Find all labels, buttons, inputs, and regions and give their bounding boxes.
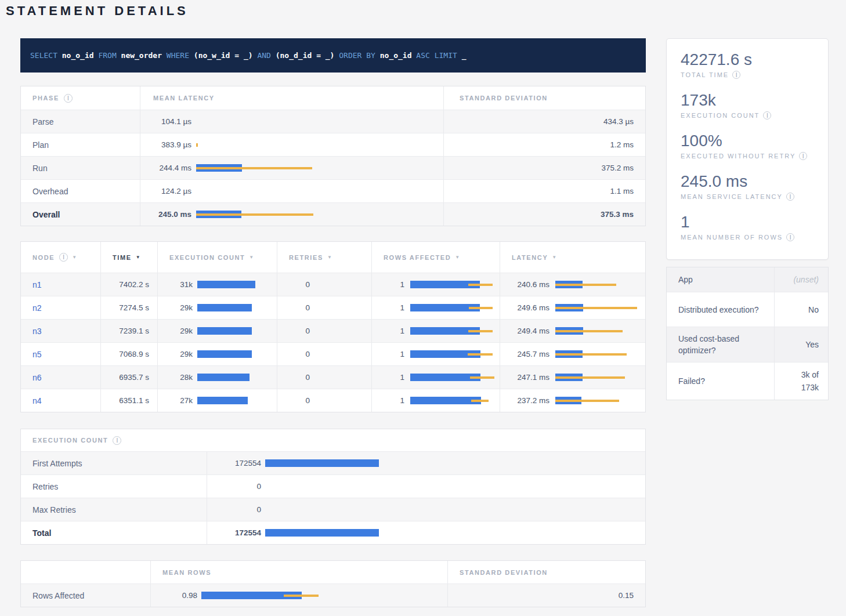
time-value: 7402.2 s	[100, 273, 157, 296]
main-column: SELECT no_o_id FROM new_order WHERE (no_…	[20, 38, 646, 607]
attribute-value: (unset)	[774, 267, 828, 292]
sort-desc-icon: ▼	[552, 255, 558, 260]
latency-value: 249.6 ms	[500, 303, 549, 312]
execution-count-bar	[197, 374, 250, 381]
execution-count-bar	[197, 327, 252, 335]
latency-bar	[555, 327, 623, 335]
time-value: 7068.9 s	[100, 343, 157, 365]
sort-desc-icon: ▼	[249, 255, 255, 260]
std-deviation-value: 434.3 µs	[443, 110, 645, 133]
stat-label: Mean Number of Rowsi	[681, 233, 814, 241]
rows-affected-bar	[410, 327, 493, 335]
execution-count-bar	[197, 304, 252, 311]
node-link[interactable]: n2	[32, 303, 42, 313]
execution-count-bar	[265, 529, 379, 537]
attribute-label: Failed?	[667, 363, 774, 400]
stat-label: Mean Service Latencyi	[681, 193, 814, 201]
stat-total-time: 42271.6 s Total Timei	[681, 50, 814, 79]
node-column-header[interactable]: Nodei▼	[21, 242, 100, 273]
stat-label: Execution Counti	[681, 111, 814, 119]
empty-column-header	[21, 561, 150, 584]
rows-affected-value: 1	[372, 303, 404, 312]
info-icon[interactable]: i	[59, 253, 68, 262]
statement-attributes-table: App (unset) Distributed execution? No Us…	[666, 267, 829, 400]
retries-value: 0	[277, 373, 310, 382]
info-icon[interactable]: i	[786, 233, 794, 241]
stat-execution-count: 173k Execution Counti	[681, 91, 814, 119]
phase-table: Phasei Mean Latency Standard Deviation P…	[20, 86, 646, 226]
table-row: n3 7239.1 s 29k 0 1 249.4 ms	[21, 319, 645, 342]
std-deviation-value: 1.1 ms	[443, 180, 645, 202]
table-row: Distributed execution? No	[667, 292, 828, 327]
retries-value: 0	[277, 396, 310, 405]
retries-column-header[interactable]: Retries▼	[277, 242, 371, 273]
exec-row-label: Retries	[21, 475, 207, 498]
mean-latency-value: 383.9 µs	[140, 140, 191, 149]
execution-count-section-header: Execution Counti	[32, 429, 121, 451]
sort-desc-icon: ▼	[455, 255, 461, 260]
page-title: Statement Details	[6, 3, 189, 19]
rows-affected-column-header[interactable]: Rows Affected▼	[371, 242, 500, 273]
mean-rows-column-header: Mean Rows	[150, 561, 447, 584]
phase-table-header: Phasei Mean Latency Standard Deviation	[21, 86, 645, 110]
execution-count-table-header: Execution Counti	[21, 429, 645, 451]
latency-bar	[555, 281, 616, 288]
latency-value: 237.2 ms	[500, 396, 549, 405]
sort-desc-icon: ▼	[72, 255, 78, 260]
mean-rows-bar	[201, 592, 319, 599]
rows-affected-bar	[410, 281, 493, 288]
execution-count-bar	[197, 281, 255, 288]
node-link[interactable]: n4	[32, 396, 42, 405]
mean-latency-value: 244.4 ms	[140, 164, 191, 172]
execution-count-value: 27k	[158, 396, 193, 405]
execution-count-column-header[interactable]: Execution Count▼	[157, 242, 277, 273]
latency-bar	[196, 164, 312, 172]
node-link[interactable]: n6	[32, 373, 42, 382]
stat-value: 42271.6 s	[681, 50, 814, 69]
mean-latency-column-header: Mean Latency	[140, 86, 443, 110]
stat-value: 173k	[681, 91, 814, 110]
mean-latency-value: 124.2 µs	[140, 187, 191, 195]
node-table: Nodei▼ Time▼ Execution Count▼ Retries▼ R…	[20, 241, 646, 412]
node-link[interactable]: n3	[32, 327, 42, 336]
table-row: Run 244.4 ms 375.2 ms	[21, 156, 645, 179]
latency-value: 240.6 ms	[500, 280, 549, 289]
node-link[interactable]: n1	[32, 280, 42, 289]
stat-mean-number-of-rows: 1 Mean Number of Rowsi	[681, 213, 814, 241]
phase-label: Overhead	[21, 180, 140, 202]
phase-label: Plan	[21, 133, 140, 156]
info-icon[interactable]: i	[763, 111, 771, 119]
attribute-value: No	[774, 292, 828, 327]
mean-latency-value: 104.1 µs	[140, 117, 191, 126]
latency-value: 247.1 ms	[500, 373, 549, 382]
attribute-label: Distributed execution?	[667, 292, 774, 327]
info-icon[interactable]: i	[732, 71, 740, 79]
time-column-header[interactable]: Time▼	[100, 242, 157, 273]
info-icon[interactable]: i	[64, 94, 73, 103]
table-row: n1 7402.2 s 31k 0 1 240.6 ms	[21, 273, 645, 296]
execution-count-bar	[265, 459, 379, 467]
latency-bar	[555, 350, 627, 358]
rows-affected-bar	[410, 397, 489, 404]
info-icon[interactable]: i	[786, 193, 794, 201]
retries-value: 0	[277, 280, 310, 289]
exec-count-value: 172554	[207, 528, 261, 537]
time-value: 6935.7 s	[100, 366, 157, 389]
info-icon[interactable]: i	[113, 436, 121, 445]
rows-affected-bar	[410, 350, 493, 358]
phase-label: Overall	[21, 203, 140, 226]
table-row: Retries 0	[21, 474, 645, 498]
table-row: First Attempts 172554	[21, 451, 645, 474]
attribute-label: App	[667, 267, 774, 292]
latency-bar	[555, 397, 619, 404]
latency-column-header[interactable]: Latency▼	[500, 242, 645, 273]
table-row: n5 7068.9 s 29k 0 1 245.7 ms	[21, 342, 645, 365]
retries-value: 0	[277, 327, 310, 335]
node-link[interactable]: n5	[32, 350, 42, 359]
execution-count-value: 29k	[158, 350, 193, 358]
sql-statement-text: SELECT no_o_id FROM new_order WHERE (no_…	[30, 51, 466, 60]
info-icon[interactable]: i	[799, 152, 807, 160]
std-deviation-column-header: Standard Deviation	[443, 86, 645, 110]
phase-column-header: Phasei	[21, 86, 140, 110]
execution-count-bar	[197, 397, 248, 404]
